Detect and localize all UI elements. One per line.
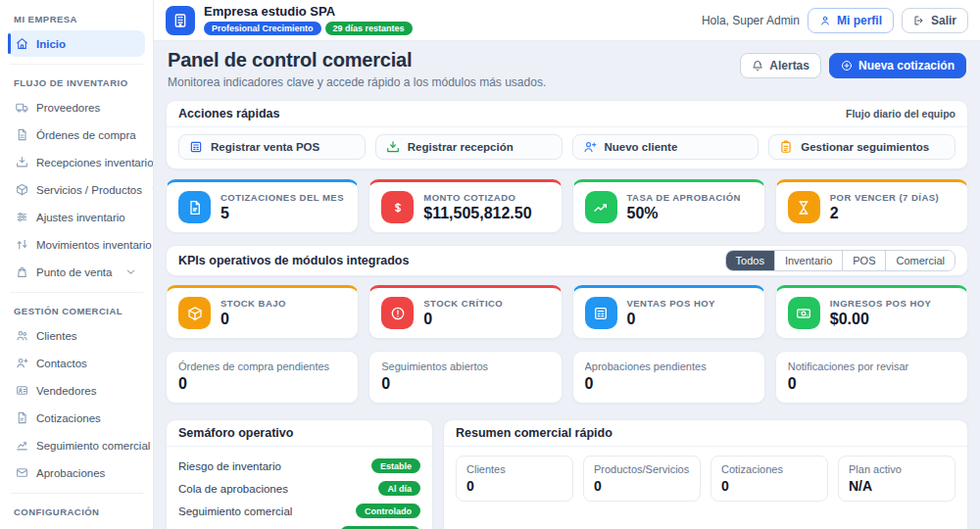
stat-card-notificaciones-por-revisar: Notificaciones por revisar0 (775, 351, 968, 404)
cube-icon (178, 297, 211, 329)
sidebar-item-label: Seguimiento comercial (36, 440, 150, 452)
trend-up-icon (585, 191, 617, 223)
new-quote-button[interactable]: Nueva cotización (829, 53, 966, 78)
sidebar-item-movimientos-inventario[interactable]: Movimientos inventario (8, 231, 145, 258)
sidebar-item-clientes[interactable]: Clientes (8, 322, 145, 349)
sidebar-item-contactos[interactable]: Contactos (8, 350, 145, 376)
cube-icon (187, 306, 203, 321)
sidebar-divider (10, 292, 143, 293)
sidebar-item-label: Contactos (36, 358, 87, 369)
chart-icon (16, 439, 28, 452)
resumen-value: 0 (721, 478, 817, 494)
kpi-card-stock-cr-tico: STOCK CRÍTICO0 (368, 285, 562, 339)
kpi-label: VENTAS POS HOY (627, 298, 715, 309)
resumen-box-productos-servicios: Productos/Servicios0 (583, 456, 701, 502)
user-plus-icon (583, 140, 597, 154)
tab-inventario[interactable]: Inventario (774, 251, 842, 270)
mail-check-icon (16, 466, 28, 479)
cash-icon (796, 306, 811, 321)
user-plus-icon (16, 357, 28, 369)
swap-icon (16, 238, 28, 251)
sidebar-item-plantilla-correo-cotizaci-n[interactable]: Plantilla correo cotización (8, 523, 145, 529)
sidebar-item-ajustes-inventario[interactable]: Ajustes inventario (8, 204, 145, 230)
sidebar-item-aprobaciones[interactable]: Aprobaciones (8, 459, 145, 486)
kpi-section-title: KPIs operativos de módulos integrados (178, 254, 409, 267)
kpi-card-cotizaciones-del-mes: COTIZACIONES DEL MES5 (166, 179, 359, 233)
stat-value: 0 (178, 375, 346, 393)
sidebar-item-servicios-productos[interactable]: Servicios / Productos (8, 176, 145, 203)
alerts-button[interactable]: Alertas (740, 53, 821, 78)
quick-action-registrar-venta-pos[interactable]: Registrar venta POS (178, 134, 366, 160)
stat-label: Notificaciones por revisar (788, 361, 956, 372)
semaforo-title: Semáforo operativo (178, 426, 293, 440)
sidebar-item-label: Movimientos inventario (36, 239, 152, 251)
company-name: Empresa estudio SPA (204, 5, 413, 20)
kpi-label: TASA DE APROBACIÓN (627, 192, 741, 203)
sidebar-item-label: Proveedores (36, 102, 100, 114)
kpi-value: 50% (627, 205, 741, 222)
quick-action-gestionar-seguimientos[interactable]: Gestionar seguimientos (768, 134, 956, 160)
sliders-icon (16, 211, 28, 223)
trend-up-icon (593, 200, 609, 216)
purchase-order-icon (16, 128, 28, 141)
sidebar-item-label: Recepciones inventario (36, 157, 154, 168)
kpi-label: STOCK BAJO (220, 298, 286, 309)
quick-action-registrar-recepci-n[interactable]: Registrar recepción (375, 134, 563, 160)
kpi-label: POR VENCER (7 DÍAS) (830, 192, 939, 203)
resumen-box-clientes: Clientes0 (456, 456, 573, 502)
quick-action-label: Gestionar seguimientos (801, 141, 929, 153)
sidebar-item-cotizaciones[interactable]: Cotizaciones (8, 405, 145, 431)
hourglass-icon (796, 200, 811, 216)
user-icon (819, 15, 831, 26)
profile-button[interactable]: Mi perfil (808, 8, 894, 33)
sidebar-item-proveedores[interactable]: Proveedores (8, 94, 145, 120)
status-badge: Estable (371, 458, 420, 473)
plus-circle-icon (841, 60, 853, 72)
kpi-text: STOCK BAJO0 (220, 298, 286, 328)
logout-button[interactable]: Salir (902, 8, 968, 33)
resumen-card: Resumen comercial rápido Clientes0Produc… (443, 419, 968, 529)
inbox-in-icon (16, 156, 28, 168)
kpi-row-primary: COTIZACIONES DEL MES5MONTO COTIZADO$11,5… (166, 179, 968, 233)
kpi-label: INGRESOS POS HOY (830, 298, 932, 309)
stat-value: 0 (585, 375, 753, 393)
resumen-label: Productos/Servicios (594, 463, 690, 475)
sidebar-item-seguimiento-comercial[interactable]: Seguimiento comercial (8, 432, 145, 458)
semaforo-card: Semáforo operativo Riesgo de inventarioE… (166, 419, 433, 529)
resumen-value: N/A (849, 478, 945, 494)
home-icon (16, 37, 28, 50)
sidebar-item-vendedores[interactable]: Vendedores (8, 377, 145, 404)
sidebar-item-punto-de-venta[interactable]: Punto de venta (8, 259, 145, 285)
clipboard-icon (779, 140, 793, 154)
tab-todos[interactable]: Todos (726, 251, 774, 270)
kpi-label: STOCK CRÍTICO (423, 298, 503, 309)
kpi-text: POR VENCER (7 DÍAS)2 (830, 192, 939, 222)
sidebar-item-label: Cotizaciones (36, 412, 101, 424)
sidebar-item-recepciones-inventario[interactable]: Recepciones inventario (8, 149, 145, 175)
tab-comercial[interactable]: Comercial (885, 251, 955, 270)
sidebar-item-rdenes-de-compra[interactable]: Órdenes de compra (8, 121, 145, 148)
profile-button-label: Mi perfil (837, 14, 882, 27)
register-icon (585, 297, 617, 329)
kpi-card-stock-bajo: STOCK BAJO0 (166, 285, 359, 339)
kpi-text: MONTO COTIZADO$11,505,812.50 (423, 192, 531, 222)
kpi-text: TASA DE APROBACIÓN50% (627, 192, 741, 222)
kpi-label: MONTO COTIZADO (423, 192, 531, 203)
kpi-card-tasa-de-aprobaci-n: TASA DE APROBACIÓN50% (572, 179, 765, 233)
tab-pos[interactable]: POS (842, 251, 885, 270)
resumen-box-plan-activo: Plan activoN/A (838, 456, 956, 502)
plan-badge: Profesional Crecimiento (204, 22, 321, 36)
quick-action-nuevo-cliente[interactable]: Nuevo cliente (572, 134, 760, 160)
quick-action-label: Registrar recepción (408, 141, 514, 153)
kpi-value: 0 (423, 311, 503, 328)
status-badge: Controlado (356, 504, 420, 518)
semaforo-label: Cola de aprobaciones (178, 483, 288, 495)
sidebar-item-inicio[interactable]: Inicio (8, 30, 145, 57)
stat-card-seguimientos-abiertos: Seguimientos abiertos0 (368, 351, 562, 404)
company-block: Empresa estudio SPA Profesional Crecimie… (204, 5, 413, 36)
greeting-text: Hola, Super Admin (702, 14, 800, 27)
page-title: Panel de control comercial (168, 49, 546, 72)
cash-icon (788, 297, 820, 329)
stat-value: 0 (788, 375, 956, 393)
logout-button-label: Salir (931, 14, 956, 27)
